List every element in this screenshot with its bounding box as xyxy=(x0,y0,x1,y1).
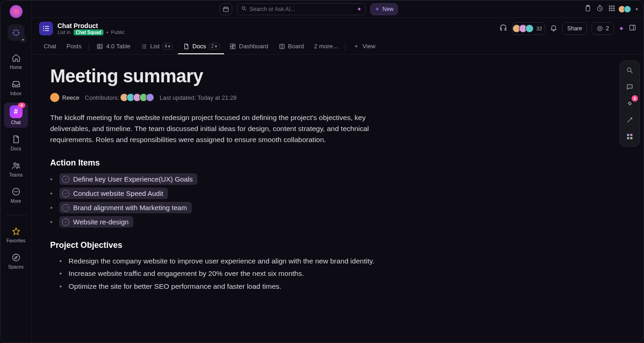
ai-sparkle-icon[interactable]: ✦ xyxy=(619,25,624,32)
clipboard-icon[interactable] xyxy=(584,5,592,14)
share-button[interactable]: Share xyxy=(562,22,587,35)
list-item[interactable]: Optimize the site for better SEO perform… xyxy=(50,281,400,292)
svg-point-22 xyxy=(43,28,44,29)
objectives-heading[interactable]: Project Objectives xyxy=(50,240,400,250)
list-count: 4 ▾ xyxy=(162,43,173,50)
svg-point-5 xyxy=(17,192,17,192)
svg-point-33 xyxy=(627,68,631,72)
topbar-avatars[interactable] xyxy=(620,6,631,13)
nav-more[interactable]: More xyxy=(4,184,28,206)
svg-rect-27 xyxy=(98,44,103,48)
nav-spaces-label: Spaces xyxy=(8,264,23,269)
nav-chat[interactable]: 4 # Chat xyxy=(4,103,28,128)
tab-list[interactable]: List 4 ▾ xyxy=(136,39,178,54)
chevron-down-icon: ▾ xyxy=(20,36,26,43)
people-count: 32 xyxy=(536,26,542,31)
svg-point-24 xyxy=(599,28,601,30)
task-chip[interactable]: Conduct website Speed Audit xyxy=(59,188,168,199)
rail-separator xyxy=(6,215,26,215)
tab-docs[interactable]: Docs 2 ▾ xyxy=(178,39,224,54)
tab-more[interactable]: 2 more... xyxy=(310,39,342,54)
nav-spaces[interactable]: Spaces xyxy=(4,250,28,272)
add-view-button[interactable]: + View xyxy=(348,39,380,54)
svg-point-21 xyxy=(43,26,44,27)
svg-point-6 xyxy=(12,254,19,261)
doc-contributors[interactable]: Contributors: xyxy=(85,93,154,102)
svg-rect-35 xyxy=(631,134,632,136)
contributors-label: Contributors: xyxy=(85,94,119,101)
doc-title[interactable]: Meeting summary xyxy=(50,66,400,86)
search-input[interactable]: Search or Ask AI... ✦ xyxy=(237,3,366,15)
action-items-list: Define key User Experience(UX) Goals Con… xyxy=(50,173,400,228)
check-circle-icon[interactable] xyxy=(62,190,69,197)
tab-chat[interactable]: Chat xyxy=(39,39,61,54)
action-items-heading[interactable]: Action Items xyxy=(50,158,400,168)
doc-relations-button[interactable] xyxy=(623,130,637,143)
svg-rect-34 xyxy=(627,134,629,136)
svg-point-14 xyxy=(614,6,615,6)
headphones-icon[interactable] xyxy=(499,23,507,34)
calendar-button[interactable] xyxy=(219,3,232,15)
tab-table[interactable]: 4.0 Table xyxy=(92,39,135,54)
doc-comments-button[interactable] xyxy=(623,80,637,94)
task-chip[interactable]: Define key User Experience(UX) Goals xyxy=(59,173,197,185)
list-item[interactable]: Increase website traffic and engagement … xyxy=(50,268,400,279)
list-item[interactable]: Define key User Experience(UX) Goals xyxy=(50,173,400,185)
chevron-down-icon[interactable]: ▾ xyxy=(636,7,638,11)
svg-point-17 xyxy=(614,7,615,8)
ai-sparkle-icon: ✦ xyxy=(357,6,362,12)
view-tabs: Chat Posts 4.0 Table List 4 ▾ Docs 2 ▾ D… xyxy=(32,37,644,55)
svg-point-0 xyxy=(14,163,16,165)
doc-search-button[interactable] xyxy=(623,63,637,77)
expand-icon[interactable] xyxy=(629,24,636,33)
list-item[interactable]: Website re-design xyxy=(50,216,400,228)
list-item[interactable]: Brand alignment with Marketing team xyxy=(50,202,400,213)
svg-point-3 xyxy=(14,192,15,192)
timer-icon[interactable] xyxy=(596,5,604,14)
svg-rect-37 xyxy=(631,137,632,139)
nav-chat-label: Chat xyxy=(11,120,21,125)
app-logo-icon[interactable] xyxy=(10,5,23,18)
task-chip[interactable]: Website re-design xyxy=(59,216,133,228)
tab-posts[interactable]: Posts xyxy=(62,39,86,54)
doc-ai-button[interactable] xyxy=(623,97,637,110)
new-button[interactable]: ＋ New xyxy=(370,3,398,15)
check-circle-icon[interactable] xyxy=(62,176,69,183)
tab-dashboard[interactable]: Dashboard xyxy=(225,39,273,54)
svg-rect-36 xyxy=(627,137,629,139)
doc-wand-button[interactable] xyxy=(623,113,637,127)
list-item[interactable]: Conduct website Speed Audit xyxy=(50,188,400,199)
svg-rect-28 xyxy=(230,44,233,46)
svg-point-23 xyxy=(43,30,44,31)
table-icon xyxy=(97,43,104,50)
nav-teams[interactable]: Teams xyxy=(4,158,28,180)
check-circle-icon[interactable] xyxy=(62,204,69,212)
svg-point-15 xyxy=(609,7,610,8)
tab-board[interactable]: Board xyxy=(274,39,309,54)
visibility-label: Public xyxy=(111,29,125,35)
doc-author[interactable]: Reece xyxy=(50,93,80,102)
plus-icon: ＋ xyxy=(374,5,380,13)
apps-grid-icon[interactable] xyxy=(608,5,615,14)
workspace-switcher-button[interactable]: ▾ xyxy=(8,24,24,41)
avatar xyxy=(525,24,534,33)
nav-favorites[interactable]: Favorites xyxy=(4,223,28,246)
list-item[interactable]: Redesign the company website to improve … xyxy=(50,256,400,266)
list-icon xyxy=(39,22,53,35)
main-area: Search or Ask AI... ✦ ＋ New ▾ xyxy=(32,0,644,343)
online-indicator[interactable]: 2 xyxy=(592,22,614,35)
svg-point-20 xyxy=(614,10,615,11)
bell-icon[interactable] xyxy=(550,24,558,34)
new-button-label: New xyxy=(383,6,394,12)
doc-lead-paragraph[interactable]: The kickoff meeting for the website rede… xyxy=(50,112,400,145)
task-chip[interactable]: Brand alignment with Marketing team xyxy=(59,202,192,213)
nav-docs[interactable]: Docs xyxy=(4,131,28,154)
space-badge[interactable]: Chat Squad xyxy=(74,29,104,35)
check-circle-icon[interactable] xyxy=(62,218,69,226)
chat-badge: 4 xyxy=(18,103,25,108)
nav-home[interactable]: Home xyxy=(4,50,28,73)
nav-inbox[interactable]: Inbox xyxy=(4,76,28,99)
nav-favorites-label: Favorites xyxy=(6,238,25,243)
breadcrumb-prefix: List in xyxy=(58,29,71,35)
people-button[interactable]: 32 xyxy=(512,22,545,35)
